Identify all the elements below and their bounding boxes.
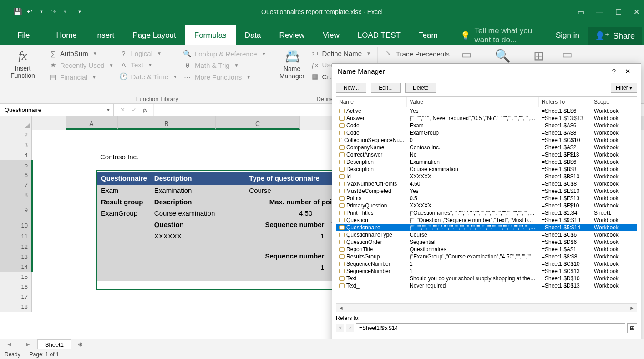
calc-now-icon[interactable]: ▭ bbox=[562, 48, 573, 61]
name-list-row[interactable]: MustBeCompletedYes=Sheet1!$E$10Workbook bbox=[336, 187, 637, 195]
name-box-dropdown-icon[interactable]: ▼ bbox=[106, 107, 111, 112]
undo-icon[interactable]: ↶ bbox=[25, 8, 34, 16]
tell-me[interactable]: 💡 Tell me what you want to do... bbox=[447, 26, 548, 45]
close-window-icon[interactable]: ✕ bbox=[634, 8, 639, 16]
new-button[interactable]: New... bbox=[336, 83, 366, 93]
name-list-row[interactable]: CodeExam=Sheet1!$A$6Workbook bbox=[336, 122, 637, 129]
lookup-button[interactable]: 🔍Lookup & Reference▼ bbox=[180, 48, 269, 59]
col-header-b[interactable]: B bbox=[118, 116, 216, 130]
tab-review[interactable]: Review bbox=[270, 25, 314, 45]
col-name[interactable]: Name bbox=[336, 97, 407, 107]
row-header[interactable]: 5 bbox=[0, 160, 33, 170]
delete-button[interactable]: Delete bbox=[405, 83, 436, 93]
range-picker-icon[interactable]: ⊞ bbox=[627, 323, 637, 333]
col-header-c[interactable]: C bbox=[216, 116, 300, 130]
tab-insert[interactable]: Insert bbox=[86, 25, 124, 45]
row-header[interactable]: 12 bbox=[0, 242, 33, 252]
sheet-nav-next-icon[interactable]: ► bbox=[19, 341, 37, 348]
name-list-row[interactable]: QuestionOrderSequential=Sheet1!$D$6Workb… bbox=[336, 238, 637, 246]
row-header[interactable]: 14 bbox=[0, 262, 33, 272]
name-list-row[interactable]: ResultsGroup{"ExamGroup","Course examina… bbox=[336, 253, 637, 260]
tab-home[interactable]: Home bbox=[47, 25, 86, 45]
maximize-icon[interactable]: ☐ bbox=[615, 8, 622, 16]
tab-loadtest[interactable]: LOAD TEST bbox=[349, 25, 410, 45]
calc-options-icon[interactable]: ⊞ bbox=[533, 48, 544, 63]
name-list-row[interactable]: IdXXXXXX=Sheet1!$B$10Workbook bbox=[336, 173, 637, 180]
name-list-row[interactable]: CompanyNameContoso Inc.=Sheet1!$A$2Workb… bbox=[336, 144, 637, 151]
name-list-row[interactable]: Points0.5=Sheet1!$E$13Workbook bbox=[336, 195, 637, 202]
name-list-row[interactable]: Code_ExamGroup=Sheet1!$A$8Workbook bbox=[336, 129, 637, 137]
save-icon[interactable]: 💾 bbox=[14, 8, 22, 16]
formula-audit-icon[interactable]: ▭ bbox=[461, 48, 472, 61]
horizontal-scrollbar[interactable]: ◄► bbox=[336, 303, 637, 312]
cancel-formula-icon[interactable]: ✕ bbox=[120, 106, 125, 113]
row-header[interactable]: 4 bbox=[0, 150, 31, 160]
refersto-input[interactable] bbox=[356, 323, 625, 333]
tab-pagelayout[interactable]: Page Layout bbox=[123, 25, 185, 45]
row-header[interactable]: 16 bbox=[0, 282, 31, 292]
name-list-row[interactable]: Print_Titles{"Questionnaires","","","","… bbox=[336, 209, 637, 217]
filter-button[interactable]: Filter ▾ bbox=[611, 83, 637, 93]
text-button[interactable]: AText▼ bbox=[116, 60, 180, 70]
define-name-button[interactable]: 🏷Define Name▼ bbox=[308, 48, 374, 59]
row-header[interactable]: 17 bbox=[0, 292, 31, 302]
row-header[interactable]: 10 bbox=[0, 220, 33, 231]
tab-formulas[interactable]: Formulas bbox=[185, 25, 236, 45]
ribbon-display-icon[interactable]: ▭ bbox=[578, 8, 584, 16]
minimize-icon[interactable]: — bbox=[596, 8, 603, 16]
watch-window-icon[interactable]: 🔍 bbox=[495, 48, 511, 63]
refersto-accept-icon[interactable]: ✓ bbox=[346, 324, 354, 332]
name-box[interactable]: Questionnaire ▼ bbox=[0, 104, 114, 116]
qat-customize-icon[interactable]: ▼ bbox=[76, 8, 84, 16]
row-header[interactable]: 13 bbox=[0, 252, 33, 262]
edit-button[interactable]: Edit... bbox=[371, 83, 401, 93]
name-manager-button[interactable]: 📇 Name Manager bbox=[277, 47, 308, 94]
enter-formula-icon[interactable]: ✓ bbox=[132, 106, 137, 113]
dialog-help-icon[interactable]: ? bbox=[608, 67, 620, 75]
redo-dropdown-icon[interactable]: ▼ bbox=[61, 8, 69, 16]
recently-used-button[interactable]: ★Recently Used▼ bbox=[46, 60, 116, 71]
col-scope[interactable]: Scope bbox=[591, 97, 634, 107]
name-list-row[interactable]: ActiveYes=Sheet1!$E$6Workbook bbox=[336, 107, 637, 115]
row-header[interactable]: 2 bbox=[0, 130, 31, 140]
name-list-row[interactable]: Text_Never required=Sheet1!$D$13Workbook bbox=[336, 282, 637, 289]
row-header[interactable]: 11 bbox=[0, 231, 33, 242]
name-list-row[interactable]: Question{"","Question","Sequence number"… bbox=[336, 217, 637, 224]
name-list-row[interactable]: CorrectAnswerNo=Sheet1!$F$13Workbook bbox=[336, 151, 637, 158]
col-value[interactable]: Value bbox=[407, 97, 539, 107]
sheet-nav-prev-icon[interactable]: ◄ bbox=[0, 341, 19, 348]
insert-function-button[interactable]: fx Insert Function bbox=[7, 47, 38, 102]
row-header[interactable]: 7 bbox=[0, 180, 33, 190]
tab-data[interactable]: Data bbox=[236, 25, 270, 45]
row-header[interactable]: 9 bbox=[0, 200, 33, 220]
logical-button[interactable]: ?Logical▼ bbox=[116, 48, 180, 59]
dialog-close-icon[interactable]: ✕ bbox=[620, 67, 635, 76]
dialog-titlebar[interactable]: Name Manager ? ✕ bbox=[332, 64, 641, 79]
name-list-row[interactable]: MaxNumberOfPoints4.50=Sheet1!$C$8Workboo… bbox=[336, 180, 637, 187]
name-list-row[interactable]: SequenceNumber_1=Sheet1!$C$13Workbook bbox=[336, 268, 637, 275]
autosum-button[interactable]: ∑AutoSum▼ bbox=[46, 48, 116, 59]
name-list-row[interactable]: QuestionnaireTypeCourse=Sheet1!$C$6Workb… bbox=[336, 231, 637, 238]
morefn-button[interactable]: ⋯More Functions▼ bbox=[180, 71, 269, 82]
mathtrig-button[interactable]: θMath & Trig▼ bbox=[180, 60, 269, 71]
share-button[interactable]: 👤⁺ Share bbox=[588, 27, 642, 45]
name-list-row[interactable]: TextShould you do your school supply sho… bbox=[336, 275, 637, 282]
name-list-row[interactable]: CollectionSequenceNu...0=Sheet1!$G$10Wor… bbox=[336, 137, 637, 144]
redo-icon[interactable]: ↷ bbox=[49, 8, 57, 16]
name-list-row[interactable]: Description_Course examination=Sheet1!$B… bbox=[336, 166, 637, 173]
name-list-row[interactable]: ReportTitleQuestionnaires=Sheet1!$A$1Wor… bbox=[336, 246, 637, 253]
name-list-row[interactable]: SequenceNumber1=Sheet1!$C$10Workbook bbox=[336, 260, 637, 268]
name-list-row[interactable]: PrimaryQuestionXXXXXX=Sheet1!$F$10Workbo… bbox=[336, 202, 637, 209]
col-header-a[interactable]: A bbox=[66, 116, 118, 130]
tab-file[interactable]: File bbox=[0, 25, 47, 45]
row-header[interactable]: 3 bbox=[0, 140, 31, 150]
trace-precedents-button[interactable]: ⇲Trace Precedents bbox=[381, 48, 452, 59]
name-list-row[interactable]: Questionnaire{"","","","","","","","",""… bbox=[336, 224, 637, 231]
refersto-cancel-icon[interactable]: ✕ bbox=[336, 324, 344, 332]
name-list-row[interactable]: Answer{"","","1","Never required","0.5",… bbox=[336, 115, 637, 122]
signin-button[interactable]: Sign in bbox=[548, 26, 588, 45]
add-sheet-icon[interactable]: ⊕ bbox=[71, 341, 89, 348]
col-refers[interactable]: Refers To bbox=[539, 97, 591, 107]
undo-dropdown-icon[interactable]: ▼ bbox=[37, 8, 46, 16]
sheet-tab[interactable]: Sheet1 bbox=[37, 339, 71, 349]
